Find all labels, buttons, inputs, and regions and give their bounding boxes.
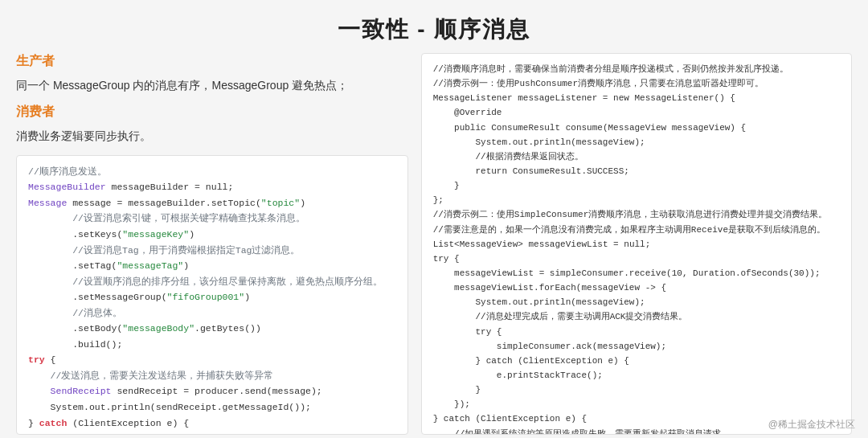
watermark: @稀土掘金技术社区 — [768, 418, 855, 432]
right-code-block: //消费顺序消息时，需要确保当前消费者分组是顺序投递模式，否则仍然按并发乱序投递… — [421, 53, 852, 435]
producer-text: 同一个 MessageGroup 内的消息有序，MessageGroup 避免热… — [16, 76, 408, 94]
consumer-label: 消费者 — [16, 104, 408, 121]
producer-label: 生产者 — [16, 53, 408, 70]
right-panel: //消费顺序消息时，需要确保当前消费者分组是顺序投递模式，否则仍然按并发乱序投递… — [421, 53, 852, 435]
content-area: 生产者 同一个 MessageGroup 内的消息有序，MessageGroup… — [0, 53, 868, 435]
page-container: 一致性 - 顺序消息 生产者 同一个 MessageGroup 内的消息有序，M… — [0, 0, 868, 438]
page-title: 一致性 - 顺序消息 — [0, 14, 868, 45]
left-code-block: //顺序消息发送。 MessageBuilder messageBuilder … — [16, 155, 408, 435]
left-panel: 生产者 同一个 MessageGroup 内的消息有序，MessageGroup… — [16, 53, 408, 435]
title-section: 一致性 - 顺序消息 — [0, 0, 868, 53]
consumer-text: 消费业务逻辑要同步执行。 — [16, 127, 408, 145]
